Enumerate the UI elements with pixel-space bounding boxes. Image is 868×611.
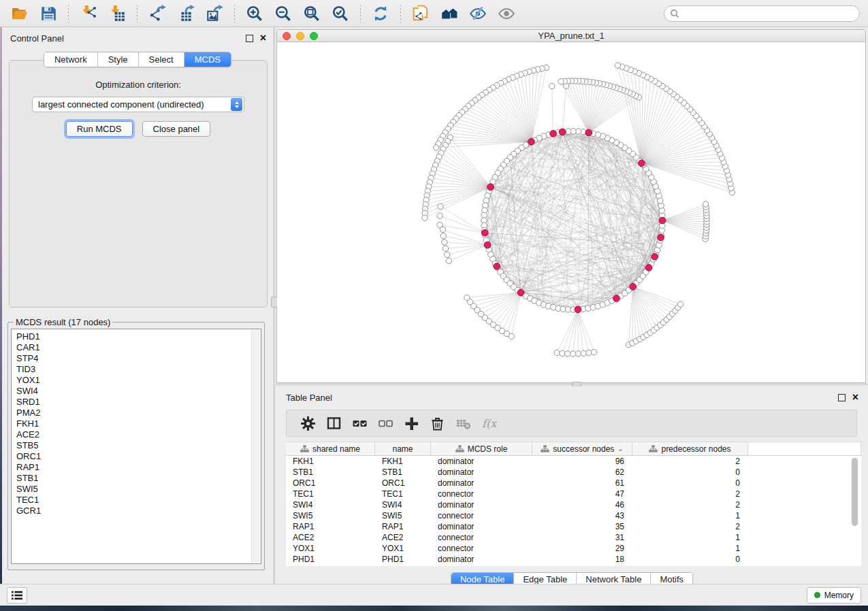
mcds-node[interactable] [645,265,652,271]
mcds-list-scrollbar[interactable] [251,330,260,563]
table-row[interactable]: STB1STB1dominator620 [286,467,861,478]
mcds-node[interactable] [658,234,664,241]
network-node[interactable] [615,63,620,68]
network-node[interactable] [564,351,570,357]
mcds-node[interactable] [484,242,491,248]
float-panel-icon[interactable] [246,35,253,42]
mcds-result-item[interactable]: YOX1 [16,375,261,386]
new-network-from-selection-icon[interactable] [409,3,432,24]
mcds-result-item[interactable]: CAR1 [16,342,261,353]
mcds-node[interactable] [585,129,592,136]
network-node[interactable] [581,350,586,356]
network-node[interactable] [441,240,447,245]
mcds-result-item[interactable]: GCR1 [16,506,261,516]
mcds-result-item[interactable]: STB5 [16,440,261,451]
network-node[interactable] [446,258,451,263]
export-table-icon[interactable] [174,3,197,24]
mcds-result-list[interactable]: PHD1CAR1STP4TID3YOX1SWI4SRD1PMA2FKH1ACE2… [11,329,261,564]
network-node[interactable] [440,227,445,232]
close-table-panel-icon[interactable]: × [852,394,858,401]
select-all-rows-icon[interactable] [347,412,372,435]
table-row[interactable]: PHD1PHD1dominator180 [286,554,861,565]
mcds-node[interactable] [550,131,557,137]
mcds-result-item[interactable]: STP4 [16,353,261,364]
network-node[interactable] [703,201,708,207]
zoom-out-icon[interactable] [272,3,295,24]
mcds-result-item[interactable]: TEC1 [16,495,261,506]
table-row[interactable]: SWI4SWI4dominator462 [286,499,861,510]
run-mcds-button[interactable]: Run MCDS [66,121,133,137]
float-table-panel-icon[interactable] [838,394,846,401]
column-header-shared-name[interactable]: shared name [286,442,375,455]
mcds-result-item[interactable]: FKH1 [16,418,261,429]
network-node[interactable] [575,351,581,357]
zoom-fit-icon[interactable] [300,3,323,24]
network-node[interactable] [677,301,683,307]
zoom-selected-icon[interactable] [329,3,352,24]
column-header-mcds-role[interactable]: MCDS role [431,442,532,455]
table-scrollbar[interactable] [852,458,858,561]
criterion-dropdown[interactable]: largest connected component (undirected) [32,97,244,112]
mcds-node[interactable] [559,129,566,135]
mcds-result-item[interactable]: PMA2 [16,408,261,418]
network-node[interactable] [549,83,555,88]
mcds-node[interactable] [494,263,500,270]
tab-select[interactable]: Select [139,52,184,67]
node-table[interactable]: shared namenameMCDS rolesuccessor nodes⌄… [286,442,861,566]
table-row[interactable]: ORC1ORC1dominator610 [286,478,861,489]
network-node[interactable] [560,350,565,356]
network-canvas[interactable] [277,42,865,382]
table-row[interactable]: TEC1TEC1connector472 [286,489,861,499]
mcds-result-item[interactable]: ACE2 [16,429,261,440]
mcds-node[interactable] [481,229,488,236]
mcds-result-item[interactable]: SRD1 [16,397,261,408]
search-input[interactable] [679,7,854,19]
mcds-node[interactable] [630,284,637,291]
network-node[interactable] [554,350,560,355]
network-node[interactable] [570,351,575,357]
table-scrollbar-thumb[interactable] [852,458,858,526]
import-table-icon[interactable] [106,3,129,24]
mcds-node[interactable] [639,160,645,167]
tab-network[interactable]: Network [44,52,98,67]
mcds-node[interactable] [528,139,535,146]
network-node[interactable] [437,213,443,218]
mcds-node[interactable] [487,184,494,191]
mcds-node[interactable] [613,295,620,302]
mcds-result-item[interactable]: ORC1 [16,451,261,462]
mcds-result-item[interactable]: TID3 [16,364,261,375]
toggle-columns-icon[interactable] [321,412,347,435]
network-node[interactable] [591,349,596,354]
mcds-node[interactable] [575,306,581,313]
network-node[interactable] [440,233,446,239]
close-panel-icon[interactable]: × [260,35,266,42]
table-row[interactable]: YOX1YOX1connector291 [286,543,861,554]
mcds-node[interactable] [652,253,658,260]
close-panel-button[interactable]: Close panel [142,121,211,137]
table-row[interactable]: FKH1FKH1dominator962 [286,456,861,467]
hide-selected-icon[interactable] [466,3,489,24]
memory-button[interactable]: Memory [807,587,861,604]
mcds-result-item[interactable]: SWI4 [16,386,261,397]
network-frame-titlebar[interactable]: YPA_prune.txt_1 [277,30,865,42]
network-node[interactable] [558,79,564,84]
column-header-successor-nodes[interactable]: successor nodes⌄ [532,442,632,455]
table-row[interactable]: RAP1RAP1dominator352 [286,521,861,532]
mcds-result-item[interactable]: RAP1 [16,462,261,473]
search-box[interactable] [664,5,860,22]
refresh-icon[interactable] [369,3,392,24]
tab-mcds[interactable]: MCDS [184,52,231,67]
network-node[interactable] [445,252,450,257]
mcds-result-item[interactable]: PHD1 [16,331,261,342]
network-node[interactable] [586,350,592,355]
network-node[interactable] [443,246,448,251]
tab-style[interactable]: Style [98,52,139,67]
network-node[interactable] [422,215,428,220]
open-file-icon[interactable] [8,3,31,24]
import-network-icon[interactable] [77,3,100,24]
mcds-result-item[interactable]: STB1 [16,473,261,484]
save-session-icon[interactable] [37,3,60,24]
table-row[interactable]: SWI5SWI5connector431 [286,510,861,521]
column-settings-icon[interactable] [295,412,321,435]
zoom-in-icon[interactable] [243,3,266,24]
